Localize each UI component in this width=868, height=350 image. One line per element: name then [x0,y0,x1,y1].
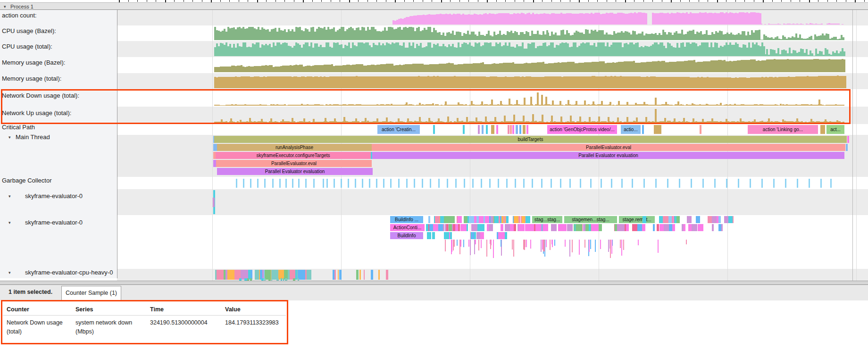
trace-slice[interactable] [451,240,452,254]
trace-slice[interactable] [505,224,510,231]
trace-slice[interactable]: BuildInfo [390,232,423,239]
trace-slice[interactable] [663,216,668,223]
gc-tick[interactable] [611,179,612,188]
trace-slice[interactable] [686,240,687,244]
gc-tick[interactable] [272,179,274,188]
gc-tick[interactable] [830,179,832,188]
gc-tick[interactable] [414,179,415,188]
trace-slice[interactable] [432,232,435,239]
trace-slice[interactable] [213,198,215,207]
trace-slice[interactable] [611,240,612,254]
trace-slice[interactable] [490,240,491,249]
gc-tick[interactable] [422,179,423,188]
gc-tick[interactable] [569,179,571,188]
trace-slice[interactable] [486,240,487,257]
trace-slice[interactable]: ParallelEvaluator.eval [216,160,372,167]
trace-slice[interactable] [608,240,609,252]
trace-slice[interactable] [463,240,464,247]
counter-chart-cpu-usage-total[interactable] [0,41,868,57]
trace-slice[interactable] [508,125,509,134]
gc-tick[interactable] [334,179,335,188]
trace-slice[interactable] [480,232,484,239]
gc-tick[interactable] [714,179,716,188]
trace-slice[interactable] [847,136,849,143]
gc-tick[interactable] [243,179,244,188]
collapse-arrow-icon[interactable]: ▾ [8,133,11,142]
trace-slice[interactable] [554,240,555,246]
trace-slice[interactable] [429,224,433,231]
gc-tick[interactable] [376,179,377,188]
gc-tick[interactable] [455,179,457,188]
trace-slice[interactable] [470,240,471,255]
gc-tick[interactable] [489,179,491,188]
trace-slice[interactable] [449,224,452,231]
trace-slice[interactable] [478,125,480,134]
trace-slice[interactable] [472,232,474,239]
trace-slice[interactable] [657,224,659,231]
trace-slice[interactable] [333,270,334,280]
trace-slice[interactable] [512,240,513,250]
counter-chart-memory-usage-total[interactable] [0,73,868,89]
trace-slice[interactable] [516,125,518,134]
trace-slice[interactable] [551,224,557,231]
trace-slice[interactable] [589,240,590,252]
gc-tick[interactable] [362,179,363,188]
trace-slice[interactable] [692,224,698,231]
gc-tick[interactable] [257,179,259,188]
trace-slice[interactable] [565,240,566,247]
gc-tick[interactable] [643,179,645,188]
gc-tick[interactable] [523,179,525,188]
gc-tick[interactable] [285,179,287,188]
trace-slice[interactable] [672,224,675,231]
trace-slice[interactable] [664,224,668,231]
trace-slice[interactable] [576,224,582,231]
trace-slice[interactable] [378,270,380,280]
trace-slice[interactable] [523,125,526,134]
trace-slice[interactable] [386,270,388,280]
trace-slice[interactable] [696,216,701,223]
trace-slice[interactable] [728,216,733,223]
trace-slice[interactable] [477,224,484,231]
trace-slice[interactable] [457,240,458,246]
gc-tick[interactable] [390,179,392,188]
trace-slice[interactable] [485,216,489,223]
trace-slice[interactable]: act... [826,125,844,134]
trace-slice[interactable] [600,240,601,249]
trace-slice[interactable] [569,240,570,257]
process-header[interactable]: ▾ Process 1 [0,2,868,10]
trace-slice[interactable] [708,216,712,223]
counter-chart-memory-usage-bazel[interactable] [0,57,868,73]
gc-tick[interactable] [632,179,633,188]
trace-slice[interactable] [558,224,561,231]
gc-tick[interactable] [406,179,408,188]
trace-slice[interactable] [675,216,676,223]
sidebar-label-skyframe-evaluator-0-b[interactable]: skyframe-evaluator-0 [25,218,83,227]
trace-slice[interactable] [579,240,580,255]
trace-slice[interactable] [359,270,361,280]
trace-slice[interactable] [623,240,624,250]
trace-slice[interactable] [634,224,637,231]
trace-slice[interactable]: stage.remot... [619,216,655,223]
gc-tick[interactable] [348,179,349,188]
trace-slice[interactable] [590,240,591,249]
gc-tick[interactable] [515,179,516,188]
trace-slice[interactable]: Parallel Evaluator evaluation [217,168,373,175]
trace-slice[interactable] [687,216,692,223]
trace-slice[interactable] [519,125,521,134]
trace-slice[interactable] [498,232,505,239]
trace-slice[interactable] [213,144,217,151]
gc-tick[interactable] [250,179,251,188]
trace-slice[interactable] [669,224,672,231]
gc-tick[interactable] [773,179,775,188]
trace-slice[interactable] [465,224,467,231]
counter-chart-network-down-usage-total[interactable] [0,89,868,107]
trace-slice[interactable] [513,240,514,257]
trace-slice[interactable] [460,224,465,231]
sidebar-label-main-thread[interactable]: Main Thread [16,133,50,142]
trace-slice[interactable] [468,240,469,247]
trace-slice[interactable] [572,240,573,252]
trace-slice[interactable] [494,216,499,223]
trace-slice[interactable]: stag...stag... [532,216,562,223]
counter-chart-network-up-usage-total[interactable] [0,107,868,124]
trace-slice[interactable]: ActionConti... [390,224,425,231]
